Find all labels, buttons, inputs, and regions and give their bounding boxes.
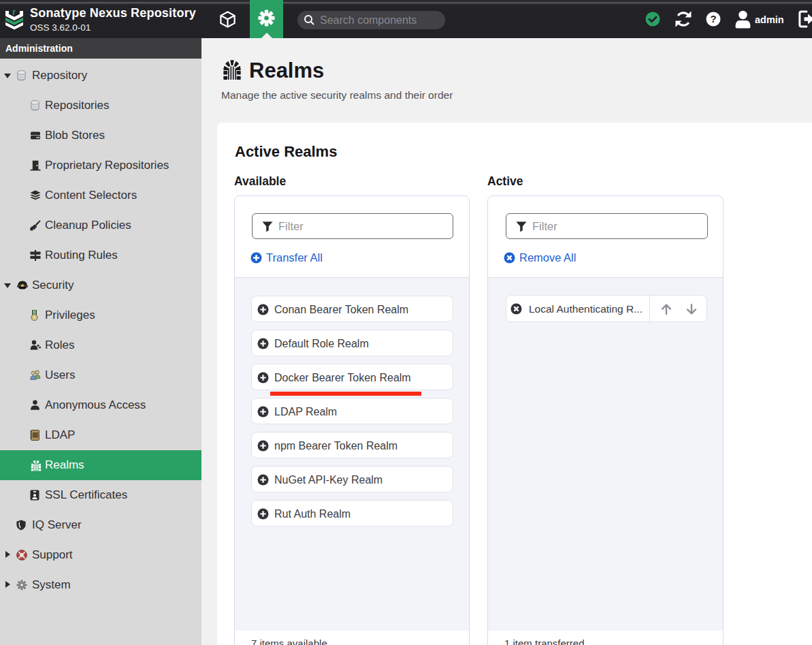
svg-text:?: ? <box>710 13 716 25</box>
svg-text:r: r <box>12 7 16 17</box>
